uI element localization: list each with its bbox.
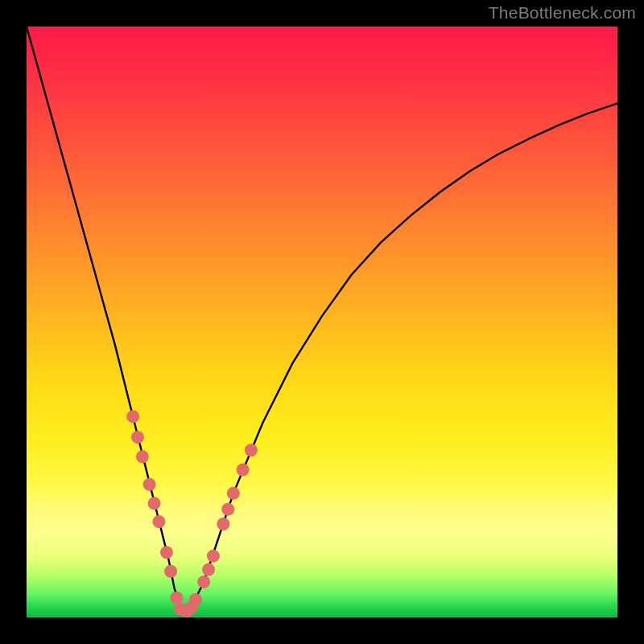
highlight-point <box>227 487 240 500</box>
highlight-point <box>245 444 258 456</box>
highlight-point <box>207 550 220 563</box>
highlight-point <box>152 515 165 528</box>
highlight-point <box>221 503 234 516</box>
curve-layer <box>27 27 617 612</box>
chart-frame: TheBottleneck.com <box>0 0 644 644</box>
highlight-point <box>131 431 144 444</box>
highlight-point <box>189 593 202 606</box>
highlight-point <box>126 410 139 423</box>
marker-layer <box>126 410 258 617</box>
bottleneck-curve <box>27 27 617 612</box>
highlight-point <box>143 478 156 491</box>
plot-area <box>27 27 617 617</box>
chart-svg <box>27 27 617 617</box>
highlight-point <box>202 564 215 576</box>
highlight-point <box>217 518 229 530</box>
highlight-point <box>237 464 250 477</box>
highlight-point <box>197 576 210 588</box>
highlight-point <box>164 565 177 578</box>
highlight-point <box>160 546 173 559</box>
highlight-point <box>148 497 161 510</box>
highlight-point <box>170 592 183 605</box>
highlight-point <box>136 450 149 463</box>
watermark-text: TheBottleneck.com <box>489 3 636 23</box>
